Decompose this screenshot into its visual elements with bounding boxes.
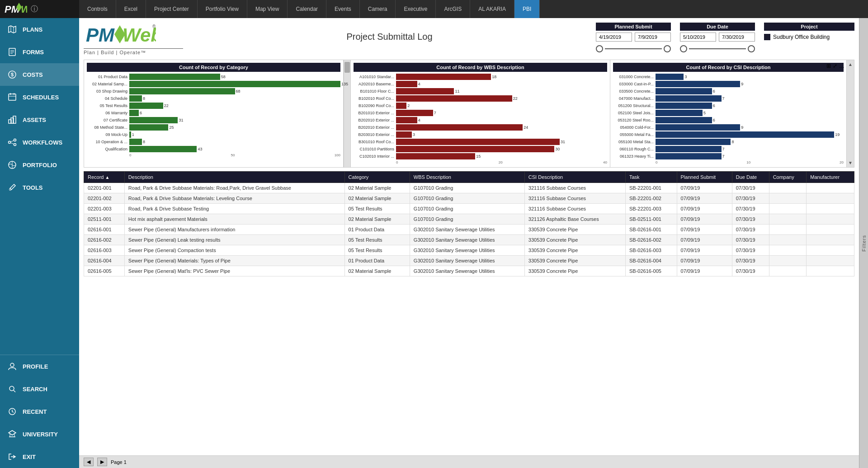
nav-project-center[interactable]: Project Center xyxy=(146,0,198,18)
col-planned-submit[interactable]: Planned Submit xyxy=(677,172,732,183)
table-cell: 07/09/19 xyxy=(677,204,732,214)
svg-line-29 xyxy=(14,390,15,392)
scrollbar-thumb[interactable] xyxy=(344,62,350,73)
table-row[interactable]: 02616-004Sewer Pipe (General) Materials:… xyxy=(84,256,854,266)
table-cell: 330539 Concrete Pipe xyxy=(524,245,625,256)
sidebar-label-tools: TOOLS xyxy=(23,184,43,191)
due-date-date2[interactable] xyxy=(719,33,755,42)
nav-calendar[interactable]: Calendar xyxy=(288,0,326,18)
bar-row: B102010 Roof Co... 22 xyxy=(354,95,607,102)
due-slider-handle-right[interactable] xyxy=(748,45,755,52)
table-row[interactable]: 02201-001Road, Park & Drive Subbase Mate… xyxy=(84,183,854,193)
bar-chart-category: 01 Product Data 58 02 Material Samp... 1… xyxy=(87,74,340,152)
bar-label: B202010 Exterior ... xyxy=(354,125,394,130)
bar-container: 25 xyxy=(129,124,340,131)
planned-submit-date1[interactable] xyxy=(596,33,632,42)
col-record[interactable]: Record ▲ xyxy=(84,172,125,183)
col-description[interactable]: Description xyxy=(124,172,344,183)
filters-panel[interactable]: Filters xyxy=(859,18,868,468)
bar-fill xyxy=(129,131,131,138)
more-icon[interactable]: … xyxy=(839,63,844,69)
table-cell xyxy=(769,225,807,235)
col-wbs[interactable]: WBS Description xyxy=(410,172,524,183)
table-cell: 02616-004 xyxy=(84,256,125,266)
table-row[interactable]: 02201-002Road, Park & Drive Subbase Mate… xyxy=(84,193,854,204)
table-row[interactable]: 02616-003Sewer Pipe (General) Compaction… xyxy=(84,245,854,256)
bar-value: 19 xyxy=(835,132,853,137)
bar-label: 033000 Cast-in-P... xyxy=(613,82,654,86)
sidebar-item-tools[interactable]: TOOLS xyxy=(0,176,79,199)
nav-excel[interactable]: Excel xyxy=(116,0,146,18)
bar-fill xyxy=(656,117,712,123)
col-manufacturer[interactable]: Manufacturer xyxy=(807,172,854,183)
table-cell xyxy=(769,266,807,276)
page-prev-btn[interactable]: ◀ xyxy=(84,458,94,466)
planned-submit-date2[interactable] xyxy=(635,33,671,42)
nav-portfolio-view[interactable]: Portfolio View xyxy=(198,0,247,18)
slider-handle-left[interactable] xyxy=(596,45,603,52)
table-header-row: Record ▲ Description Category WBS Descri… xyxy=(84,172,854,183)
table-cell: G302010 Sanitary Sewerage Utilities xyxy=(410,256,524,266)
charts-row: Count of Record by Category 01 Product D… xyxy=(84,60,854,168)
col-csi[interactable]: CSI Description xyxy=(524,172,625,183)
nav-camera[interactable]: Camera xyxy=(360,0,396,18)
chart-axis: 01020 xyxy=(613,160,844,164)
table-cell: G302010 Sanitary Sewerage Utilities xyxy=(410,245,524,256)
bar-row: C102010 Interior ... 15 xyxy=(354,153,607,159)
nav-controls[interactable]: Controls xyxy=(79,0,116,18)
workflow-icon xyxy=(7,137,17,147)
table-row[interactable]: 02616-005Sewer Pipe (General) Mat'ls: PV… xyxy=(84,266,854,276)
search-icon xyxy=(7,384,17,394)
nav-events[interactable]: Events xyxy=(326,0,360,18)
sidebar-item-portfolio[interactable]: PORTFOLIO xyxy=(0,154,79,176)
svg-line-22 xyxy=(11,140,14,142)
col-company[interactable]: Company xyxy=(769,172,807,183)
sidebar-item-workflows[interactable]: WORKFLOWS xyxy=(0,131,79,154)
table-cell: SB-22201-001 xyxy=(626,183,677,193)
sidebar-item-recent[interactable]: RECENT xyxy=(0,400,79,423)
slider-handle-right[interactable] xyxy=(664,45,671,52)
bar-row: 06 Warranty 6 xyxy=(87,110,340,116)
table-row[interactable]: 02201-003Road, Park & Drive Subbase Test… xyxy=(84,204,854,214)
col-category[interactable]: Category xyxy=(344,172,410,183)
filter-icon[interactable]: ⊞ xyxy=(826,63,831,69)
due-slider-handle-left[interactable] xyxy=(680,45,687,52)
sidebar-item-exit[interactable]: EXIT xyxy=(0,445,79,468)
sidebar-item-search[interactable]: SEARCH xyxy=(0,378,79,400)
col-due-date[interactable]: Due Date xyxy=(732,172,769,183)
col-task[interactable]: Task xyxy=(626,172,677,183)
sidebar-item-university[interactable]: UNIVERSITY xyxy=(0,423,79,445)
table-cell: Sewer Pipe (General) Leak testing result… xyxy=(124,235,344,245)
info-icon[interactable]: ⓘ xyxy=(31,5,38,14)
nav-map-view[interactable]: Map View xyxy=(247,0,288,18)
sidebar-item-schedules[interactable]: SCHEDULES xyxy=(0,86,79,108)
nav-al-akaria[interactable]: AL AKARIA xyxy=(470,0,514,18)
exit-icon xyxy=(7,452,17,462)
bar-label: 060110 Rough C... xyxy=(613,147,654,151)
table-cell: 07/30/19 xyxy=(732,204,769,214)
table-cell: 05 Test Results xyxy=(344,235,410,245)
table-row[interactable]: 02511-001Hot mix asphalt pavement Materi… xyxy=(84,214,854,225)
filters-label: Filters xyxy=(861,235,867,252)
sidebar-item-costs[interactable]: $ COSTS xyxy=(0,63,79,86)
page-next-btn[interactable]: ▶ xyxy=(97,458,107,466)
table-row[interactable]: 02616-001Sewer Pipe (General) Manufactur… xyxy=(84,225,854,235)
table-cell: 02 Material Sample xyxy=(344,183,410,193)
nav-arcgis[interactable]: ArcGIS xyxy=(436,0,470,18)
scroll-up[interactable]: ▲ xyxy=(848,62,853,67)
scroll-down[interactable]: ▼ xyxy=(848,160,853,165)
due-date-date1[interactable] xyxy=(680,33,716,42)
sidebar-item-profile[interactable]: PROFILE xyxy=(0,355,79,378)
bar-container: 9 xyxy=(656,124,844,131)
sidebar-item-plans[interactable]: PLANS xyxy=(0,18,79,41)
expand-icon[interactable]: ⤢ xyxy=(833,63,837,69)
nav-pbi[interactable]: PBI xyxy=(514,0,540,18)
bar-value: 68 xyxy=(236,89,350,94)
table-row[interactable]: 02616-002Sewer Pipe (General) Leak testi… xyxy=(84,235,854,245)
university-icon xyxy=(7,429,17,439)
bar-value: 4 xyxy=(418,118,616,122)
sidebar-item-assets[interactable]: ASSETS xyxy=(0,108,79,131)
due-date-slider xyxy=(680,45,755,52)
sidebar-item-forms[interactable]: FORMS xyxy=(0,41,79,63)
nav-executive[interactable]: Executive xyxy=(396,0,436,18)
